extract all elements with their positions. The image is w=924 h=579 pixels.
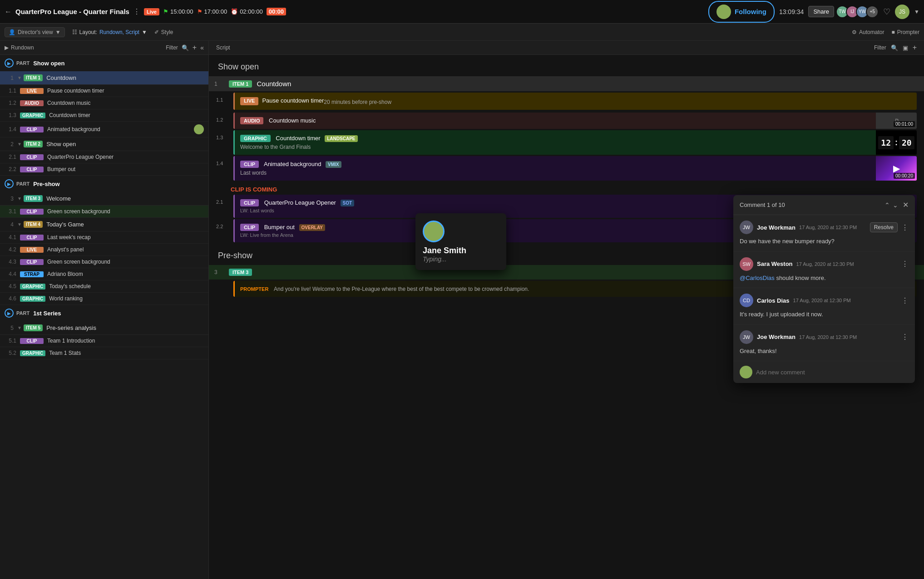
sub-row-1-1[interactable]: 1.1 LIVE Pause countdown timer	[0, 85, 208, 97]
search-script-icon[interactable]: 🔍	[891, 44, 898, 51]
add-comment-input[interactable]	[756, 369, 909, 376]
comment-more-icon-2[interactable]: ⋮	[901, 260, 909, 268]
comment-next-button[interactable]: ⌄	[893, 201, 898, 209]
script-item-1-num: 1	[214, 81, 223, 87]
user-menu-chevron-icon[interactable]: ▼	[914, 9, 919, 15]
part-series-label: PART	[16, 310, 30, 316]
sub-tag-clip-2-1: CLIP	[20, 154, 44, 160]
filter-label[interactable]: Filter	[166, 44, 178, 51]
search-icon[interactable]: 🔍	[182, 44, 189, 51]
user-avatar[interactable]: JS	[895, 5, 909, 19]
clock-num-hours: 12	[878, 136, 894, 149]
sub-num-2-1: 2.1	[7, 154, 20, 160]
notifications-icon[interactable]: ♡	[883, 7, 890, 17]
style-button[interactable]: ✐ Style	[154, 29, 173, 35]
section-show-open-title: Show open	[209, 55, 924, 76]
left-panel-rundown: ▶ Rundown Filter 🔍 + « ▶ PART Show open …	[0, 41, 209, 579]
comment-icon[interactable]: ▣	[903, 44, 908, 51]
automator-button[interactable]: ⚙ Automator	[852, 29, 884, 35]
comment-more-icon-3[interactable]: ⋮	[901, 296, 909, 305]
back-arrow-icon[interactable]: ←	[5, 8, 12, 16]
comment-author-4: Joe Workman	[757, 334, 796, 340]
active-timer: 00:00	[267, 8, 286, 15]
item-row-1[interactable]: 1 ▼ ITEM 1 Countdown	[0, 71, 208, 85]
comment-close-button[interactable]: ✕	[903, 201, 909, 209]
sub-row-5-1[interactable]: 5.1 CLIP Team 1 Introduction	[0, 335, 208, 347]
sub-tag-clip-4-1: CLIP	[20, 235, 44, 240]
script-panel-header: Script Filter 🔍 ▣ +	[209, 41, 924, 55]
rundown-title: ▶ Rundown	[5, 44, 166, 51]
script-item-1-badge: ITEM 1	[229, 80, 252, 88]
sub-row-1-2[interactable]: 1.2 AUDIO Countdown music	[0, 97, 208, 109]
play-icon: ▶	[893, 163, 900, 174]
rundown-panel-header: ▶ Rundown Filter 🔍 + «	[0, 41, 208, 55]
part-show-open: ▶ PART Show open	[0, 55, 208, 71]
collapse-icon[interactable]: ▶	[5, 44, 9, 51]
prompter-button[interactable]: ■ Prompter	[891, 29, 919, 35]
add-script-icon[interactable]: +	[913, 44, 917, 52]
item-row-2[interactable]: 2 ▼ ITEM 2 Show open	[0, 137, 208, 151]
more-options-icon[interactable]: ⋮	[133, 7, 140, 16]
item-row-4[interactable]: 4 ▼ ITEM 4 Today's Game	[0, 218, 208, 231]
part-series-name: 1st Series	[33, 310, 61, 317]
script-sub-row-1-1: 1.1 LIVE Pause countdown timer 20 minute…	[216, 93, 917, 111]
comment-text-1: Do we have the new bumper ready?	[740, 237, 909, 246]
sub-row-4-2[interactable]: 4.2 LIVE Analyst's panel	[0, 244, 208, 256]
part-series-icon: ▶	[5, 309, 14, 318]
sub-num-4-1: 4.1	[7, 234, 20, 240]
sub-row-1-4[interactable]: 1.4 CLIP Animated background	[0, 122, 208, 137]
sub-name-2-1: QuarterPro League Opener	[47, 154, 204, 160]
sub-num-1-3: 1.3	[7, 112, 20, 118]
comment-avatar-1: JW	[740, 221, 753, 234]
user-avatar-1-4	[194, 124, 204, 134]
script-sub-block-1-4[interactable]: CLIP Animated background VMIX Last words…	[233, 156, 917, 181]
comment-text-2: @CarlosDias should know more.	[740, 274, 909, 283]
sub-name-4-6: World ranking	[49, 295, 204, 302]
script-item-3-badge: ITEM 3	[229, 269, 252, 276]
sub-num-4-4: 4.4	[7, 271, 20, 277]
sub-row-2-1[interactable]: 2.1 CLIP QuarterPro League Opener	[0, 151, 208, 163]
sub-name-2-2: Bumper out	[47, 166, 204, 172]
sub-name-3-1: Green screen background	[47, 208, 204, 215]
sub-row-1-3[interactable]: 1.3 GRAPHIC Countdown timer	[0, 109, 208, 122]
sub-row-4-4[interactable]: 4.4 STRAP Adriano Bloom	[0, 268, 208, 280]
layout-button[interactable]: ☷ Layout: Rundown, Script ▼	[72, 29, 147, 35]
director-view-button[interactable]: 👤 Director's view ▼	[5, 27, 65, 37]
comment-more-icon-1[interactable]: ⋮	[901, 223, 909, 232]
add-icon[interactable]: +	[193, 44, 197, 52]
collapse-panel-icon[interactable]: «	[200, 44, 204, 51]
sub-row-4-5[interactable]: 4.5 GRAPHIC Today's schedule	[0, 280, 208, 293]
sub-row-4-6[interactable]: 4.6 GRAPHIC World ranking	[0, 293, 208, 305]
script-sub-block-1-3[interactable]: GRAPHIC Countdown timer LANDSCAPE Welcom…	[233, 130, 917, 155]
sot-badge-2-1: SOT	[341, 200, 355, 206]
item-row-3[interactable]: 3 ▼ ITEM 3 Welcome	[0, 192, 208, 206]
collapse-item-5-icon[interactable]: ▼	[17, 325, 22, 330]
resolve-button[interactable]: Resolve	[870, 222, 898, 232]
comment-meta-3: CD Carlos Dias 17 Aug, 2020 at 12:30 PM …	[740, 294, 909, 307]
collapse-item-1-icon[interactable]: ▼	[17, 75, 22, 80]
graphic-thumb-1-3: 12 : 20	[876, 130, 917, 155]
chevron-down-icon: ▼	[55, 29, 61, 35]
sub-row-3-1[interactable]: 3.1 CLIP Green screen background	[0, 206, 208, 218]
script-sub-desc-1-3: Welcome to the Grand Finals	[240, 144, 870, 150]
script-sub-block-1-1[interactable]: LIVE Pause countdown timer 20 minutes be…	[233, 93, 917, 110]
sub-row-4-1[interactable]: 4.1 CLIP Last week's recap	[0, 231, 208, 244]
item-1-name: Countdown	[46, 74, 204, 81]
sub-row-2-2[interactable]: 2.2 CLIP Bumper out	[0, 163, 208, 176]
collapse-item-2-icon[interactable]: ▼	[17, 142, 22, 147]
sub-row-5-2[interactable]: 5.2 GRAPHIC Team 1 Stats	[0, 347, 208, 359]
comment-prev-button[interactable]: ⌃	[884, 201, 890, 209]
item-row-5[interactable]: 5 ▼ ITEM 5 Pre-series analysis	[0, 321, 208, 335]
share-button[interactable]: Share	[808, 6, 834, 17]
comment-more-icon-4[interactable]: ⋮	[901, 333, 909, 341]
filter-script-label[interactable]: Filter	[874, 44, 886, 51]
automator-icon: ⚙	[852, 29, 857, 35]
script-sub-block-1-2[interactable]: AUDIO Countdown music ♫ 00:01:00	[233, 113, 917, 129]
thumb-timer-1-4: 00:00:20	[894, 173, 915, 179]
collapse-item-3-icon[interactable]: ▼	[17, 196, 22, 201]
anim-thumb-1-4: ▶ 00:00:20	[876, 156, 917, 181]
comment-author-3: Carlos Dias	[757, 297, 790, 304]
sub-row-4-3[interactable]: 4.3 CLIP Green screen background	[0, 256, 208, 268]
collapse-item-4-icon[interactable]: ▼	[17, 222, 22, 227]
following-button[interactable]: Following	[708, 1, 775, 23]
